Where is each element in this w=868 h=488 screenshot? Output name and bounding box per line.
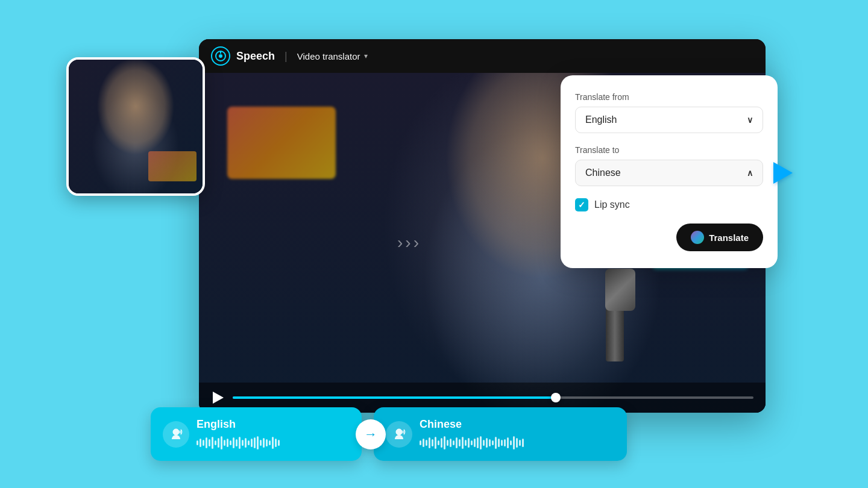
wave-bar <box>245 438 247 448</box>
translate-to-label: Translate to <box>575 145 763 155</box>
thumbnail-overlay <box>66 57 205 196</box>
wave-bar <box>420 440 421 445</box>
logo-area: Speech <box>211 46 275 66</box>
wave-bar <box>480 436 482 449</box>
wave-bar <box>278 440 280 446</box>
wave-bar <box>206 437 207 448</box>
wave-bar <box>239 437 241 449</box>
wave-bar <box>269 440 271 445</box>
wave-bar <box>266 439 268 446</box>
wave-bar <box>227 439 228 447</box>
chinese-lang-title: Chinese <box>420 418 615 431</box>
mic-head <box>605 269 635 311</box>
play-button[interactable] <box>211 390 225 405</box>
wave-bar <box>209 439 210 446</box>
lip-sync-checkbox[interactable]: ✓ <box>575 198 588 211</box>
wave-bar <box>504 439 506 446</box>
wave-bar <box>483 440 485 446</box>
wave-bar <box>432 439 433 446</box>
wave-bar <box>200 439 201 447</box>
wave-bar <box>444 436 445 449</box>
english-lang-content: English <box>197 418 350 450</box>
wave-bar <box>215 440 216 445</box>
wave-bar <box>224 440 225 446</box>
wave-bar <box>456 437 458 448</box>
wave-bar <box>260 440 262 446</box>
checkmark-icon: ✓ <box>578 200 585 210</box>
chevron-down-icon: ∨ <box>747 115 753 125</box>
wave-bar <box>248 440 250 445</box>
wave-bar <box>203 440 204 446</box>
translate-btn-icon <box>691 231 704 244</box>
nav-label: Video translator <box>297 51 360 61</box>
thumbnail-monitor-glow <box>148 151 197 181</box>
nav-video-translator[interactable]: Video translator ▾ <box>297 51 368 61</box>
translate-from-dropdown[interactable]: English ∨ <box>575 107 763 133</box>
wave-bar <box>242 440 244 446</box>
wave-bar <box>450 439 451 447</box>
wave-bar <box>233 437 234 448</box>
lip-sync-row: ✓ Lip sync <box>575 198 763 211</box>
wave-bar <box>426 440 427 446</box>
wave-bar <box>507 437 509 448</box>
chevron-right-icon-2: › <box>405 233 410 252</box>
wave-bar <box>468 438 470 448</box>
forward-arrows: › › › <box>397 233 419 252</box>
translate-btn-label: Translate <box>709 233 749 243</box>
header-divider: | <box>285 50 288 63</box>
lip-sync-label: Lip sync <box>594 199 630 210</box>
wave-bar <box>522 439 524 447</box>
wave-bar <box>462 437 464 449</box>
arrow-circle: → <box>356 419 386 449</box>
wave-bar <box>275 439 277 447</box>
wave-bar <box>212 437 213 449</box>
progress-fill <box>233 396 556 399</box>
wave-bar <box>516 438 518 448</box>
wave-bar <box>251 439 253 447</box>
wave-bar <box>477 437 479 448</box>
nav-chevron-icon: ▾ <box>364 52 368 60</box>
progress-track[interactable] <box>233 396 753 399</box>
play-triangle-icon <box>213 392 224 404</box>
wave-bar <box>510 440 512 445</box>
translate-to-value: Chinese <box>585 167 621 178</box>
translate-to-dropdown[interactable]: Chinese ∧ <box>575 160 763 186</box>
wave-bar <box>465 440 467 446</box>
wave-bar <box>471 440 473 445</box>
wave-bar <box>429 437 430 448</box>
wave-bar <box>501 440 503 446</box>
logo-text: Speech <box>236 50 275 63</box>
wave-bar <box>257 436 259 449</box>
wave-bar <box>498 439 500 447</box>
wave-bar <box>218 438 219 448</box>
translate-from-value: English <box>585 114 617 125</box>
wave-bar <box>236 439 237 446</box>
wave-bar <box>489 439 491 446</box>
english-lang-card: English <box>151 407 362 461</box>
wave-bar <box>263 438 265 448</box>
wave-bar <box>435 437 436 449</box>
wave-bar <box>447 440 448 446</box>
main-wrapper: Speech | Video translator ▾ › › › <box>102 39 766 449</box>
logo-icon <box>211 46 230 66</box>
wave-bar <box>486 438 488 448</box>
wave-bar <box>272 437 274 449</box>
progress-thumb[interactable] <box>551 393 561 402</box>
english-lang-title: English <box>197 418 350 431</box>
wave-bar <box>513 436 515 449</box>
chinese-lang-content: Chinese <box>420 418 615 450</box>
header-bar: Speech | Video translator ▾ <box>199 39 766 73</box>
wave-bar <box>230 440 231 445</box>
wave-bar <box>492 440 494 445</box>
wave-bar <box>441 438 442 448</box>
chevron-up-icon: ∧ <box>747 168 753 178</box>
english-waveform <box>197 436 350 450</box>
wave-bar <box>197 440 198 445</box>
translate-from-label: Translate from <box>575 92 763 102</box>
wave-bar <box>474 439 476 447</box>
wave-bar <box>453 440 454 445</box>
wave-bar <box>423 439 424 447</box>
wave-bar <box>495 437 497 449</box>
translate-button[interactable]: Translate <box>676 224 763 251</box>
chevron-right-icon-3: › <box>414 233 419 252</box>
